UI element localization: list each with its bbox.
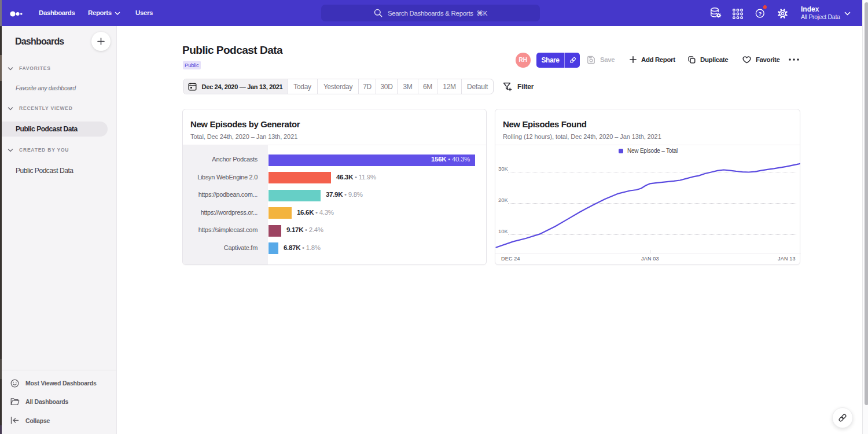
svg-text:?: ? bbox=[758, 10, 762, 17]
